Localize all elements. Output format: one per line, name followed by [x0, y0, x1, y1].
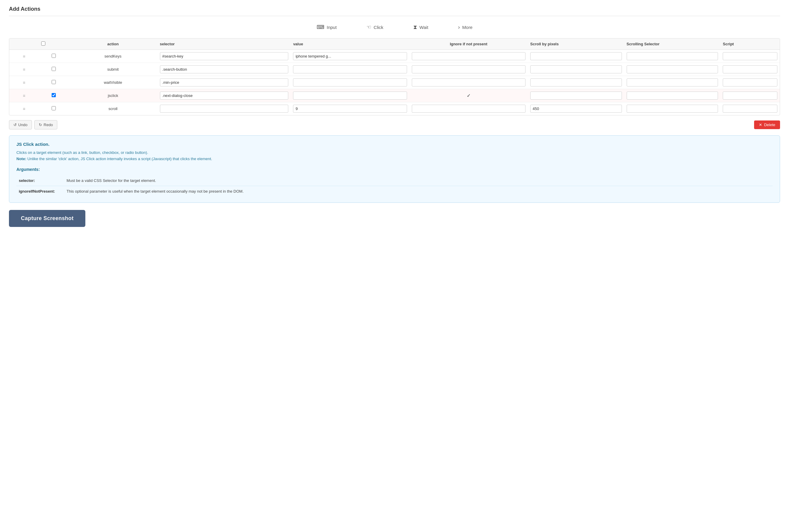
row-ignore-input[interactable]	[412, 52, 526, 60]
row-ignore-cell	[409, 76, 528, 89]
row-script-input[interactable]	[723, 105, 777, 113]
delete-button[interactable]: ✕ Delete	[754, 120, 780, 129]
info-panel-note-text: Unlike the similar 'click' action, JS Cl…	[27, 156, 212, 161]
col-header-check	[39, 38, 68, 50]
row-ignore-cell: ✓	[409, 89, 528, 102]
row-scrollsel-cell	[624, 76, 721, 89]
input-button[interactable]: ⌨ Input	[314, 22, 340, 32]
row-scrollsel-input[interactable]	[627, 78, 718, 87]
row-checkbox[interactable]	[52, 54, 56, 58]
undo-icon: ↺	[14, 122, 17, 127]
row-scroll-cell	[528, 50, 624, 63]
row-value-input[interactable]	[293, 65, 407, 73]
row-script-input[interactable]	[723, 52, 777, 60]
row-scrollsel-input[interactable]	[627, 65, 718, 73]
row-value-cell	[291, 63, 409, 76]
row-selector-input[interactable]	[160, 65, 289, 73]
col-header-scroll: Scroll by pixels	[528, 38, 624, 50]
row-scroll-input[interactable]	[530, 78, 622, 87]
action-toolbar: ⌨ Input ☜ Click ⧗ Wait › More	[9, 22, 780, 32]
row-script-cell	[720, 102, 780, 115]
row-ignore-input[interactable]	[412, 105, 526, 113]
row-scrollsel-cell	[624, 102, 721, 115]
drag-handle[interactable]: ≡	[9, 63, 39, 76]
undo-button[interactable]: ↺ Undo	[9, 120, 32, 129]
row-scroll-input[interactable]	[530, 52, 622, 60]
row-value-input[interactable]	[293, 105, 407, 113]
row-value-cell	[291, 102, 409, 115]
info-panel-title: JS Click action.	[16, 141, 773, 147]
row-checkbox-cell	[39, 89, 68, 102]
row-scroll-cell	[528, 76, 624, 89]
drag-handle[interactable]: ≡	[9, 89, 39, 102]
info-panel-note-label: Note:	[16, 156, 26, 161]
col-header-action: action	[69, 38, 158, 50]
row-selector-cell	[158, 50, 291, 63]
drag-handle[interactable]: ≡	[9, 50, 39, 63]
row-scroll-input[interactable]	[530, 92, 622, 100]
redo-label: Redo	[43, 122, 53, 127]
table-header-row: action selector value Ignore if not pres…	[9, 38, 780, 50]
row-scrollsel-input[interactable]	[627, 105, 718, 113]
row-value-input[interactable]	[293, 78, 407, 87]
page-title: Add Actions	[9, 6, 780, 16]
arg-description: Must be a valid CSS Selector for the tar…	[64, 175, 773, 186]
row-value-cell	[291, 76, 409, 89]
drag-handle[interactable]: ≡	[9, 76, 39, 89]
capture-screenshot-button[interactable]: Capture Screenshot	[9, 210, 85, 227]
row-script-input[interactable]	[723, 92, 777, 100]
info-panel: JS Click action. Clicks on a target elem…	[9, 135, 780, 203]
drag-handle[interactable]: ≡	[9, 102, 39, 115]
row-script-input[interactable]	[723, 78, 777, 87]
row-action: submit	[69, 63, 158, 76]
row-ignore-input[interactable]	[412, 78, 526, 87]
row-value-input[interactable]	[293, 52, 407, 60]
row-scroll-cell	[528, 63, 624, 76]
more-button-label: More	[462, 25, 472, 30]
row-script-input[interactable]	[723, 65, 777, 73]
row-checkbox-cell	[39, 102, 68, 115]
row-selector-input[interactable]	[160, 52, 289, 60]
row-action: jsclick	[69, 89, 158, 102]
row-selector-input[interactable]	[160, 105, 289, 113]
table-row: ≡ jsclick ✓	[9, 89, 780, 102]
row-ignore-cell	[409, 50, 528, 63]
redo-button[interactable]: ↻ Redo	[34, 120, 57, 129]
row-checkbox[interactable]	[52, 67, 56, 71]
col-header-scrollsel: Scrolling Selector	[624, 38, 721, 50]
row-checkbox[interactable]	[52, 106, 56, 110]
row-scrollsel-input[interactable]	[627, 92, 718, 100]
row-scrollsel-cell	[624, 50, 721, 63]
undo-label: Undo	[18, 122, 27, 127]
args-table-row: selector: Must be a valid CSS Selector f…	[16, 175, 773, 186]
click-button[interactable]: ☜ Click	[364, 22, 386, 32]
arg-description: This optional parameter is useful when t…	[64, 186, 773, 196]
actions-table: action selector value Ignore if not pres…	[9, 38, 780, 115]
row-script-cell	[720, 63, 780, 76]
wait-button-label: Wait	[420, 25, 428, 30]
keyboard-icon: ⌨	[317, 24, 324, 31]
info-panel-description: Clicks on a target element (such as a li…	[16, 150, 773, 162]
row-value-input[interactable]	[293, 92, 407, 100]
arg-name: ignoreIfNotPresent:	[16, 186, 64, 196]
select-all-checkbox[interactable]	[41, 41, 45, 45]
table-row: ≡ submit	[9, 63, 780, 76]
info-panel-args-title: Arguments:	[16, 167, 773, 172]
more-button[interactable]: › More	[455, 22, 475, 32]
row-scroll-input[interactable]	[530, 65, 622, 73]
row-scrollsel-input[interactable]	[627, 52, 718, 60]
row-selector-input[interactable]	[160, 78, 289, 87]
more-icon: ›	[458, 24, 460, 31]
row-selector-input[interactable]	[160, 92, 289, 100]
row-checkbox[interactable]	[52, 80, 56, 84]
row-scroll-input[interactable]	[530, 105, 622, 113]
row-ignore-cell	[409, 63, 528, 76]
row-checkbox[interactable]	[52, 93, 56, 97]
col-header-script: Script	[720, 38, 780, 50]
wait-button[interactable]: ⧗ Wait	[410, 22, 431, 32]
col-header-value: value	[291, 38, 409, 50]
row-value-cell	[291, 50, 409, 63]
row-scrollsel-cell	[624, 63, 721, 76]
row-ignore-input[interactable]	[412, 65, 526, 73]
arg-name: selector:	[16, 175, 64, 186]
